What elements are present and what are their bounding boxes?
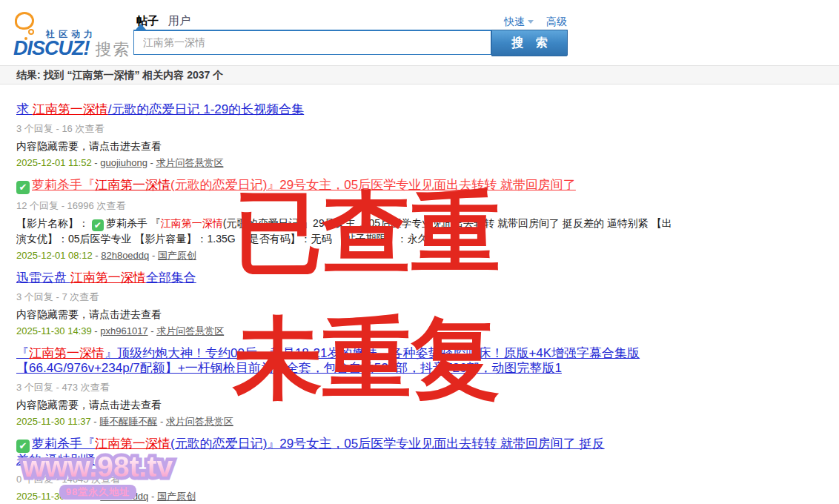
result-forum-link[interactable]: 国产原创 xyxy=(158,250,196,261)
text-segment: 萝莉杀手 『 xyxy=(106,217,161,229)
text-segment: 迅雷云盘 xyxy=(16,271,70,285)
result-footer: 2025-12-01 08:12 - 82h8oeddq - 国产原创 xyxy=(16,248,830,263)
checkmark-icon: ✔ xyxy=(92,219,104,231)
text-segment: 江南第一深情 xyxy=(161,217,223,229)
footer-separator: - xyxy=(92,325,101,336)
result-author-link[interactable]: pxh961017 xyxy=(100,325,147,336)
text-segment: 』顶级约炮大神！专约00后，都是18-21岁的嫩妹，各种姿势骚腔叫床！原版+4K… xyxy=(105,346,640,360)
result-snippet: 【影片名称】： ✔萝莉杀手 『江南第一深情(元歌的恋爱日记)』29号女主， 05… xyxy=(16,216,830,246)
result-author-link[interactable]: 82h8oeddq xyxy=(101,250,149,261)
result-date: 2025-12-01 08:12 xyxy=(16,250,93,261)
result-count-bar: 结果: 找到 “江南第一深情” 相关内容 2037 个 xyxy=(0,65,839,84)
search-results-list: 求 江南第一深情/元歌的恋爱日记 1-29的长视频合集 3 个回复 - 16 次… xyxy=(0,84,839,504)
footer-separator: - xyxy=(148,325,157,336)
text-segment: 【66.4G/976v+234p/7配额】+一杆钢枪目前为止全套，包含自拍520… xyxy=(16,361,562,375)
result-title-link[interactable]: ✔萝莉杀手『江南第一深情(元歌的恋爱日记)』29号女主，05后医学专业见面出去转… xyxy=(16,176,830,196)
footer-separator: - xyxy=(157,416,166,427)
text-segment: 求 xyxy=(16,102,33,116)
text-segment: 江南第一深情 xyxy=(95,437,170,451)
result-date: 2025-12-01 11:52 xyxy=(16,157,92,168)
checkmark-icon: ✔ xyxy=(16,181,30,194)
result-date: 2025-11-30 08:12 xyxy=(16,491,92,502)
result-forum-link[interactable]: 求片问答悬赏区 xyxy=(156,325,224,336)
result-title-link[interactable]: 迅雷云盘 江南第一深情全部集合 xyxy=(16,269,830,287)
result-forum-link[interactable]: 求片问答悬赏区 xyxy=(156,157,223,168)
search-button[interactable]: 搜 索 xyxy=(491,30,568,56)
result-meta: 12 个回复 - 16996 次查看 xyxy=(16,199,830,213)
search-header: 社区动力 DISCUZ!搜索 帖子 用户 快速 高级 搜 索 xyxy=(0,0,839,65)
logo-discuz-text: DISCUZ! xyxy=(13,37,90,59)
text-segment: (元歌的恋爱日记)』29号女主，05后医学专业见面出去转转 就带回房间了 xyxy=(170,178,576,192)
footer-separator: - xyxy=(148,491,157,502)
text-segment: 萝莉杀手『 xyxy=(32,178,95,192)
footer-separator: - xyxy=(147,157,156,168)
text-segment: 江南第一深情 xyxy=(33,102,108,116)
result-snippet: 内容隐藏需要，请点击进去查看 xyxy=(16,139,830,153)
search-result-item: ✔萝莉杀手『江南第一深情(元歌的恋爱日记)』29号女主，05后医学专业见面出去转… xyxy=(16,176,830,263)
logo-brand-text: DISCUZ!搜索 xyxy=(13,37,131,61)
logo-suffix-text: 搜索 xyxy=(96,40,131,59)
result-author-link[interactable]: guojiuhong xyxy=(100,157,147,168)
text-segment: 差的 逼特别紧 xyxy=(16,453,96,467)
active-tab-pointer-icon xyxy=(136,24,146,30)
result-date: 2025-11-30 14:39 xyxy=(16,325,92,336)
result-forum-link[interactable]: 国产原创 xyxy=(157,491,196,502)
result-title-link[interactable]: 『江南第一深情』顶级约炮大神！专约00后，都是18-21岁的嫩妹，各种姿势骚腔叫… xyxy=(16,345,830,377)
result-author-link[interactable]: 睡不醒睡不醒 xyxy=(99,416,157,427)
logo-bubble-small-icon xyxy=(28,29,34,35)
text-segment: 萝莉杀手『 xyxy=(32,437,95,451)
text-segment: 【影片名称】： xyxy=(16,217,92,229)
chevron-down-icon xyxy=(528,20,534,24)
text-segment: 江南第一深情 xyxy=(95,178,170,192)
search-result-item: 『江南第一深情』顶级约炮大神！专约00后，都是18-21岁的嫩妹，各种姿势骚腔叫… xyxy=(16,345,830,429)
result-snippet: 内容隐藏需要，请点击进去查看 xyxy=(16,307,830,322)
result-footer: 2025-12-01 11:52 - guojiuhong - 求片问答悬赏区 xyxy=(16,156,830,170)
footer-separator: - xyxy=(92,157,101,168)
result-snippet: 内容隐藏需要，请点击进去查看 xyxy=(16,397,830,412)
advanced-search-link[interactable]: 高级 xyxy=(546,16,567,29)
footer-separator: - xyxy=(149,250,158,261)
result-author-link[interactable]: 82h8oeddq xyxy=(100,491,148,502)
footer-separator: - xyxy=(93,250,102,261)
result-title-link[interactable]: 求 江南第一深情/元歌的恋爱日记 1-29的长视频合集 xyxy=(16,101,830,119)
quick-search-label: 快速 xyxy=(504,16,525,27)
logo-bubble-icon xyxy=(15,12,34,30)
text-segment: 内容隐藏需要，请点击进去查看 xyxy=(16,399,162,411)
text-segment: 演女优】：05后医学专业 【影片容量】：1.35G 【是否有码】：无码 【帖子期… xyxy=(16,233,428,245)
search-input[interactable] xyxy=(133,31,491,55)
result-footer: 2025-11-30 14:39 - pxh961017 - 求片问答悬赏区 xyxy=(16,324,830,339)
text-segment: 内容隐藏需要，请点击进去查看 xyxy=(16,140,162,152)
quick-search-link[interactable]: 快速 xyxy=(504,16,534,29)
search-result-item: ✔萝莉杀手『江南第一深情(元歌的恋爱日记)』29号女主，05后医学专业见面出去转… xyxy=(16,435,830,504)
footer-separator: - xyxy=(92,491,101,502)
discuz-logo[interactable]: 社区动力 DISCUZ!搜索 xyxy=(13,9,132,58)
text-segment: 江南第一深情 xyxy=(29,346,105,360)
result-meta: 3 个回复 - 7 次查看 xyxy=(16,290,830,305)
result-footer: 2025-11-30 08:12 - 82h8oeddq - 国产原创 xyxy=(16,489,830,504)
footer-separator: - xyxy=(91,416,100,427)
result-meta: 0 个回复 - 14645 次查看 xyxy=(16,472,830,487)
text-segment: 全部集合 xyxy=(146,271,196,285)
tab-users[interactable]: 用户 xyxy=(168,14,190,28)
search-result-item: 求 江南第一深情/元歌的恋爱日记 1-29的长视频合集 3 个回复 - 16 次… xyxy=(16,101,830,170)
text-segment: /元歌的恋爱日记 1-29的长视频合集 xyxy=(108,102,304,116)
text-segment: 『 xyxy=(16,346,29,360)
search-result-item: 迅雷云盘 江南第一深情全部集合 3 个回复 - 7 次查看 内容隐藏需要，请点击… xyxy=(16,269,830,339)
result-title-link[interactable]: ✔萝莉杀手『江南第一深情(元歌的恋爱日记)』29号女主，05后医学专业见面出去转… xyxy=(16,435,830,469)
result-meta: 3 个回复 - 16 次查看 xyxy=(16,122,830,136)
checkmark-icon: ✔ xyxy=(16,440,30,453)
text-segment: (元歌的恋爱日记)』29号女主，05后医学专业见面出去转转 就带回房间了 挺反 xyxy=(170,437,605,451)
text-segment: 内容隐藏需要，请点击进去查看 xyxy=(16,308,162,320)
text-segment: (元歌的恋爱日记)』29号女主， 05后医学专业见面出去转转 就带回房间了 挺反… xyxy=(223,217,672,229)
result-date: 2025-11-30 11:37 xyxy=(16,416,91,427)
result-forum-link[interactable]: 求片问答悬赏区 xyxy=(166,416,233,427)
result-footer: 2025-11-30 11:37 - 睡不醒睡不醒 - 求片问答悬赏区 xyxy=(16,414,830,429)
text-segment: 江南第一深情 xyxy=(70,271,146,285)
result-meta: 3 个回复 - 473 次查看 xyxy=(16,380,830,395)
